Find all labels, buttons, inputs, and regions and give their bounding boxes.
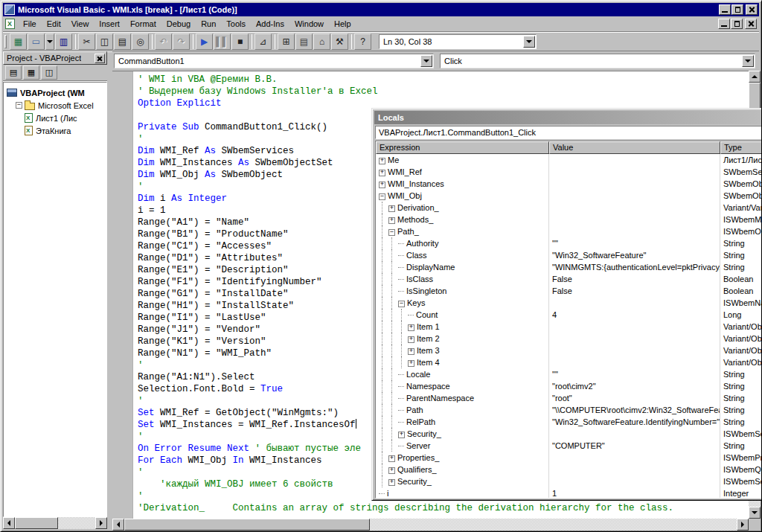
locals-row[interactable]: Authority""String [376, 237, 762, 249]
restore-button[interactable] [731, 4, 743, 15]
menu-item-file[interactable]: File [18, 17, 42, 31]
object-dropdown-button[interactable] [420, 55, 432, 67]
menu-item-window[interactable]: Window [289, 17, 329, 31]
project-panel-hscrollbar[interactable] [3, 517, 107, 529]
locals-context-box[interactable]: VBAProject.Лист1.CommandButton1_Click [375, 126, 762, 139]
locals-expand-box[interactable]: + [388, 455, 395, 462]
mdi-minimize-button[interactable] [718, 19, 730, 29]
locals-row[interactable]: Locale""String [376, 368, 762, 380]
redo-button[interactable]: ↷ [173, 33, 190, 50]
locals-row[interactable]: IsSingletonFalseBoolean [376, 285, 762, 297]
menu-item-format[interactable]: Format [125, 17, 161, 31]
project-tree[interactable]: VBAProject (WM−Microsoft ExcelЛист1 (Лис… [3, 82, 107, 517]
close-button[interactable] [746, 4, 758, 15]
locals-row[interactable]: +Item 2Variant/Obje [376, 333, 762, 344]
scroll-down-button[interactable] [749, 507, 761, 519]
scroll-right-button[interactable] [737, 519, 749, 531]
locals-row[interactable]: +Qualifiers_ISWbemQua [376, 464, 762, 475]
help-button[interactable]: ? [354, 33, 371, 50]
event-dropdown-button[interactable] [742, 55, 754, 67]
menu-item-edit[interactable]: Edit [42, 17, 66, 31]
minimize-button[interactable] [719, 4, 731, 15]
locals-row[interactable]: +Security_ISWbemSec [376, 475, 762, 487]
locals-row[interactable]: Path"\\COMPUTER\root\cimv2:Win32_Softwar… [376, 404, 762, 416]
locals-row[interactable]: +WMI_RefSWbemServ [376, 166, 762, 178]
locals-column-header-type[interactable]: Type [720, 141, 762, 154]
event-dropdown[interactable]: Click [440, 54, 755, 68]
view-code-button[interactable]: ▤ [5, 65, 22, 80]
project-tree-item-лист1-лис[interactable]: Лист1 (Лис [4, 112, 106, 124]
locals-title-bar[interactable]: Locals [374, 111, 762, 124]
locals-expand-box[interactable]: + [398, 432, 405, 438]
menu-item-help[interactable]: Help [329, 17, 356, 31]
cut-button[interactable]: ✂ [78, 33, 95, 50]
project-tree-item-microsoft-excel[interactable]: −Microsoft Excel [4, 99, 106, 112]
scroll-left-button[interactable] [3, 517, 15, 529]
locals-expand-box[interactable]: − [379, 193, 385, 200]
insert-userform-button[interactable]: ▭ [28, 33, 45, 50]
menu-item-view[interactable]: View [66, 17, 95, 31]
locals-row[interactable]: +Item 3Variant/Obje [376, 344, 762, 356]
project-tree-item-vbaproject-wm[interactable]: VBAProject (WM [4, 86, 106, 99]
save-button[interactable]: ▥ [55, 33, 72, 50]
locals-expand-box[interactable]: + [408, 336, 414, 343]
undo-button[interactable]: ↶ [155, 33, 172, 50]
position-indicator-dropdown-button[interactable] [523, 36, 535, 48]
scroll-right-button[interactable] [95, 517, 107, 529]
reset-button[interactable]: ■ [231, 33, 249, 50]
properties-window-button[interactable]: ▤ [295, 33, 313, 50]
locals-row[interactable]: IsClassFalseBoolean [376, 273, 762, 285]
locals-expand-box[interactable]: + [388, 217, 395, 224]
locals-expand-box[interactable]: + [408, 360, 414, 367]
locals-row[interactable]: Count4Long [376, 309, 762, 321]
run-button[interactable]: ▶ [196, 33, 213, 50]
view-microsoft-excel-button[interactable]: ▦ [10, 33, 27, 50]
copy-button[interactable]: ◫ [96, 33, 113, 50]
locals-row[interactable]: +Item 4Variant/Obje [376, 356, 762, 368]
locals-expand-box[interactable]: + [379, 170, 385, 176]
locals-expand-box[interactable]: + [388, 479, 395, 486]
locals-row[interactable]: +WMI_InstancesSWbemObje [376, 178, 762, 190]
locals-expand-box[interactable]: − [398, 301, 405, 307]
menu-item-tools[interactable]: Tools [221, 17, 251, 31]
child-window-icon[interactable] [5, 19, 15, 29]
locals-row[interactable]: +MeЛист1/Лист [376, 154, 762, 166]
locals-row[interactable]: ParentNamespace"root"String [376, 392, 762, 404]
locals-row[interactable]: DisplayName"WINMGMTS:{authenticationLeve… [376, 261, 762, 273]
paste-button[interactable]: ▤ [114, 33, 131, 50]
scroll-left-button[interactable] [112, 519, 124, 531]
hscroll-thumb[interactable] [15, 517, 58, 529]
locals-column-header-expression[interactable]: Expression [376, 141, 549, 154]
locals-expand-box[interactable]: − [388, 229, 395, 236]
position-indicator-combo[interactable]: Ln 30, Col 38 [379, 34, 537, 49]
project-panel-close-button[interactable] [95, 54, 105, 63]
locals-row[interactable]: −WMI_ObjSWbemObje [376, 190, 762, 202]
insert-userform-dropdown-button[interactable] [45, 33, 54, 50]
toolbox-button[interactable]: ⚒ [331, 33, 348, 50]
locals-column-header-value[interactable]: Value [549, 141, 720, 154]
locals-expand-box[interactable]: + [388, 467, 395, 474]
locals-row[interactable]: +Methods_ISWbemMet [376, 214, 762, 225]
scroll-up-button[interactable] [749, 71, 761, 83]
object-browser-button[interactable]: ⌂ [313, 33, 330, 50]
locals-expand-box[interactable]: + [408, 324, 414, 331]
mdi-restore-button[interactable] [731, 19, 743, 29]
locals-row[interactable]: RelPath"Win32_SoftwareFeature.Identifyin… [376, 416, 762, 428]
menu-item-add-ins[interactable]: Add-Ins [251, 17, 289, 31]
locals-row[interactable]: +Derivation_Variant/Vari [376, 202, 762, 214]
menu-item-run[interactable]: Run [196, 17, 221, 31]
object-dropdown[interactable]: CommandButton1 [114, 54, 434, 68]
design-mode-button[interactable]: ⊿ [254, 33, 272, 50]
locals-row[interactable]: Namespace"root\cimv2"String [376, 380, 762, 392]
locals-row[interactable]: Class"Win32_SoftwareFeature"String [376, 249, 762, 261]
locals-row[interactable]: +Security_ISWbemSec [376, 428, 762, 440]
mdi-close-button[interactable] [745, 19, 757, 29]
locals-row[interactable]: i1Integer [376, 487, 762, 499]
locals-row[interactable]: +Properties_ISWbemProp [376, 452, 762, 464]
project-explorer-button[interactable]: ⊞ [278, 33, 295, 50]
locals-expand-box[interactable]: + [379, 182, 385, 188]
locals-row[interactable]: +Item 1Variant/Obje [376, 321, 762, 333]
locals-expand-box[interactable]: + [388, 205, 395, 212]
locals-row[interactable]: −Path_ISWbemObj [376, 225, 762, 237]
locals-row[interactable]: −KeysISWbemNam [376, 297, 762, 309]
